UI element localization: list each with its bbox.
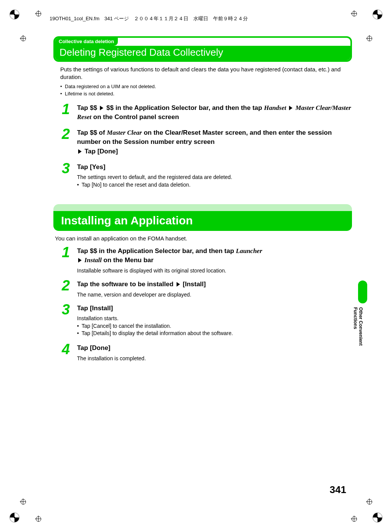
step-title: Tap $$ of Master Clear on the Clear/Rese…: [77, 128, 352, 156]
step-item: 1 Tap $$ $$ in the Application Selector …: [62, 103, 352, 122]
step-description: The installation is completed.: [77, 355, 352, 361]
step-number: 4: [62, 343, 72, 361]
step-description: The name, version and developer are disp…: [77, 292, 352, 298]
section-tag: Collective data deletion: [55, 38, 118, 46]
step-number: 2: [62, 127, 72, 156]
step-item: 3 Tap [Yes] The settings revert to defau…: [62, 162, 352, 189]
side-chapter-label: Other Convenient Functions: [353, 307, 363, 367]
registration-mark-icon: [10, 10, 19, 19]
step-number: 3: [62, 162, 72, 189]
registration-mark-icon: [10, 513, 19, 522]
section-deleting-data: Collective data deletion Deleting Regist…: [53, 36, 352, 189]
arrow-right-icon: [78, 149, 82, 154]
section-title: Deleting Registered Data Collectively: [55, 46, 350, 60]
arrow-right-icon: [289, 106, 292, 110]
step-number: 2: [62, 279, 72, 298]
step-title: Tap the software to be installed [Instal…: [77, 280, 352, 289]
step-item: 4 Tap [Done] The installation is complet…: [62, 343, 352, 361]
step-item: 3 Tap [Install] Installation starts. Tap…: [62, 303, 352, 338]
step-number: 1: [62, 103, 72, 122]
step-description: Installable software is displayed with i…: [77, 268, 352, 274]
registration-mark-icon: [373, 10, 382, 19]
step-description: The settings revert to default, and the …: [77, 174, 352, 180]
frame-header-text: 19OTH01_1col_EN.fm 341 ページ ２００４年１１月２４日 水…: [50, 15, 342, 22]
thumb-tab: [358, 281, 367, 303]
note-item: Tap [No] to cancel the reset and data de…: [77, 182, 352, 188]
arrow-right-icon: [100, 106, 103, 110]
section-intro: Puts the settings of various functions t…: [60, 66, 345, 81]
step-item: 1 Tap $$ in the Application Selector bar…: [62, 246, 352, 274]
step-title: Tap [Install]: [77, 304, 352, 313]
step-title: Tap $$ in the Application Selector bar, …: [77, 247, 352, 265]
step-item: 2 Tap $$ of Master Clear on the Clear/Re…: [62, 127, 352, 156]
note-item: Tap [Cancel] to cancel the installation.: [77, 323, 352, 329]
major-section-title: Installing an Application: [53, 211, 352, 231]
step-title: Tap [Done]: [77, 343, 352, 353]
step-description: Installation starts.: [77, 315, 352, 321]
section-header: Collective data deletion Deleting Regist…: [53, 36, 352, 62]
section-intro: You can install an application on the FO…: [55, 235, 345, 242]
page-number: 341: [330, 484, 346, 496]
note-item: Lifetime is not deleted.: [60, 91, 352, 97]
registration-mark-icon: [373, 513, 382, 522]
section-notes: Data registered on a UIM are not deleted…: [60, 84, 352, 97]
step-title: Tap $$ $$ in the Application Selector ba…: [77, 103, 352, 122]
page-content: Collective data deletion Deleting Regist…: [53, 36, 352, 367]
arrow-right-icon: [78, 258, 82, 263]
step-number: 3: [62, 303, 72, 338]
step-number: 1: [62, 246, 72, 274]
note-item: Data registered on a UIM are not deleted…: [60, 84, 352, 89]
note-item: Tap [Details] to display the detail info…: [77, 330, 352, 336]
major-section-header: Installing an Application: [53, 204, 352, 231]
step-notes: Tap [Cancel] to cancel the installation.…: [77, 323, 352, 336]
arrow-right-icon: [177, 282, 180, 287]
step-item: 2 Tap the software to be installed [Inst…: [62, 279, 352, 298]
step-notes: Tap [No] to cancel the reset and data de…: [77, 182, 352, 188]
step-title: Tap [Yes]: [77, 163, 352, 172]
